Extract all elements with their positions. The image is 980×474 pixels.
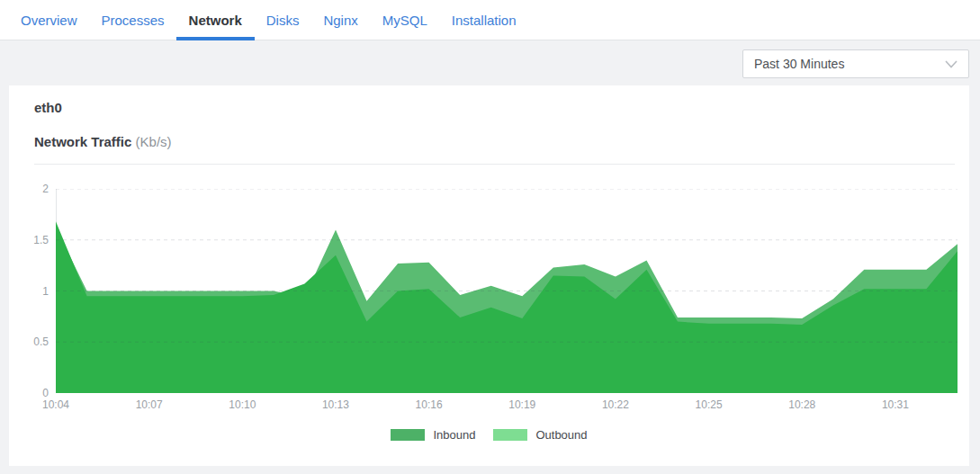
chart-title-text: Network Traffic: [34, 134, 131, 149]
y-tick-label: 1.5: [9, 234, 49, 246]
top-tab-bar: Overview Processes Network Disks Nginx M…: [0, 0, 980, 40]
tab-installation[interactable]: Installation: [452, 0, 517, 40]
y-tick-label: 2: [9, 183, 49, 195]
tab-network[interactable]: Network: [189, 0, 242, 40]
x-tick-label: 10:10: [215, 398, 269, 411]
x-tick-label: 10:04: [29, 398, 83, 411]
interface-name: eth0: [34, 100, 62, 115]
header-divider: [34, 164, 955, 165]
tab-mysql[interactable]: MySQL: [382, 0, 427, 40]
x-tick-label: 10:07: [122, 398, 176, 411]
y-tick-label: 0: [9, 387, 49, 399]
traffic-area-chart[interactable]: [56, 189, 958, 393]
legend-item-inbound[interactable]: Inbound: [391, 428, 475, 442]
network-interface-card: eth0 Network Traffic (Kb/s) 21.510.50 10…: [9, 85, 969, 466]
y-axis-labels: 21.510.50: [9, 189, 49, 393]
toolbar: Past 30 Minutes: [0, 41, 980, 85]
time-range-value: Past 30 Minutes: [754, 57, 844, 71]
time-range-select[interactable]: Past 30 Minutes: [742, 49, 969, 78]
tab-disks[interactable]: Disks: [266, 0, 300, 40]
chart-title: Network Traffic (Kb/s): [34, 134, 172, 149]
x-tick-label: 10:22: [589, 398, 643, 411]
outbound-swatch: [493, 429, 527, 441]
x-tick-label: 10:25: [682, 398, 736, 411]
chart-legend: Inbound Outbound: [9, 428, 969, 442]
chart-unit: (Kb/s): [136, 134, 172, 149]
tab-nginx[interactable]: Nginx: [323, 0, 357, 40]
x-tick-label: 10:31: [868, 398, 922, 411]
y-tick-label: 1: [9, 285, 49, 298]
tab-processes[interactable]: Processes: [102, 0, 165, 40]
x-tick-label: 10:16: [402, 398, 456, 411]
legend-item-outbound[interactable]: Outbound: [493, 428, 587, 442]
x-tick-label: 10:19: [495, 398, 549, 411]
legend-label-inbound: Inbound: [433, 428, 475, 442]
legend-label-outbound: Outbound: [535, 428, 587, 442]
x-tick-label: 10:13: [309, 398, 363, 411]
tab-overview[interactable]: Overview: [21, 0, 77, 40]
y-tick-label: 0.5: [9, 335, 49, 348]
chevron-down-icon: [945, 60, 958, 68]
x-axis-labels: 10:0410:0710:1010:1310:1610:1910:2210:25…: [9, 398, 969, 413]
x-tick-label: 10:28: [775, 398, 829, 411]
inbound-swatch: [391, 429, 425, 441]
